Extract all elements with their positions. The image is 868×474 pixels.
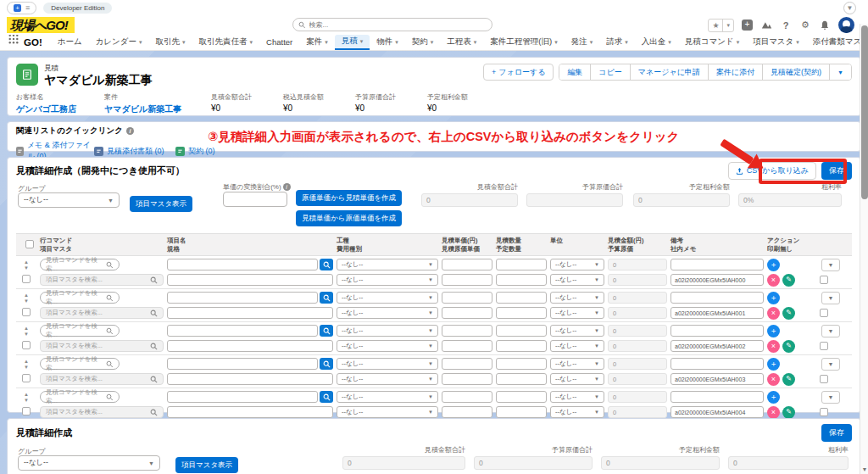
quick-create-icon[interactable]: + [742,20,753,31]
unit-select-2[interactable]: --なし--▼ [550,373,604,385]
group-select-2[interactable]: --なし--▼ [18,455,160,471]
internal-memo-input[interactable] [670,307,764,319]
item-name-lookup-button[interactable] [320,292,333,304]
cost-unit-price-input[interactable] [442,373,492,385]
remarks-input[interactable] [670,292,764,304]
work-type-select[interactable]: --なし--▼ [337,292,438,304]
edit-row-button[interactable]: ✎ [782,406,795,419]
scrollbar-down-arrow[interactable]: ▼ [860,466,868,472]
vertical-scrollbar[interactable]: ▼ [860,24,868,474]
add-row-button[interactable]: ＋ [767,391,780,404]
record-more-actions-button[interactable]: ▼ [830,64,851,80]
nav-tab-11[interactable]: 発注▾ [565,35,600,50]
delete-row-button[interactable]: × [767,307,780,320]
quote-unit-price-input[interactable] [442,325,492,337]
item-name-lookup-button[interactable] [320,325,333,337]
row-actions-dropdown[interactable]: ▼ [821,358,840,371]
edit-row-button[interactable]: ✎ [782,373,795,386]
remarks-input[interactable] [670,259,764,270]
nav-tab-7[interactable]: 物件▾ [370,35,405,50]
quote-unit-price-input[interactable] [442,358,492,370]
row-checkbox[interactable] [22,275,31,283]
add-row-button[interactable]: ＋ [767,325,780,337]
item-name-lookup-button[interactable] [320,391,333,403]
row-move-down-icon[interactable]: ▼ [24,298,29,304]
nav-tab-14[interactable]: 見積コマンド▾ [678,35,746,50]
help-icon[interactable]: ? [780,20,792,31]
unit-select-2[interactable]: --なし--▼ [550,340,604,352]
spec-input[interactable] [167,274,333,286]
quote-qty-input[interactable] [496,358,547,370]
planned-qty-input[interactable] [496,373,547,385]
spec-input[interactable] [167,307,333,319]
item-master-search[interactable]: 項目マスタを検索... [40,373,164,385]
row-move-up-icon[interactable]: ▲ [24,359,29,364]
edit-row-button[interactable]: ✎ [782,307,795,320]
cost-unit-price-input[interactable] [442,274,492,286]
unit-select[interactable]: --なし--▼ [550,259,604,270]
nav-tab-9[interactable]: 工程表▾ [440,35,483,50]
cost-type-select[interactable]: --なし--▼ [337,373,438,385]
work-type-select[interactable]: --なし--▼ [337,358,438,370]
item-master-search[interactable]: 項目マスタを検索... [40,340,164,352]
collapse-page-button[interactable]: ▼ [843,2,856,14]
cost-unit-price-input[interactable] [442,307,492,319]
item-master-show-button-2[interactable]: 項目マスタ表示 [175,457,238,473]
nav-tab-0[interactable]: ホーム [51,35,89,50]
app-logo[interactable]: 現場へGO! [7,17,75,33]
unit-select[interactable]: --なし--▼ [550,358,604,370]
internal-memo-input[interactable] [670,340,764,352]
save-button-2[interactable]: 保存 [821,424,852,442]
row-move-down-icon[interactable]: ▼ [24,365,29,370]
search-input[interactable] [309,21,487,29]
record-button-1[interactable]: コピー [591,64,630,80]
item-name-input[interactable] [167,391,318,403]
item-master-show-button[interactable]: 項目マスタ表示 [130,196,192,212]
setup-gear-icon[interactable]: ⚙ [799,20,811,31]
item-master-search[interactable]: 項目マスタを検索... [40,274,164,286]
quote-command-search[interactable]: 見積コマンドを検索... [40,325,120,337]
spec-input[interactable] [167,406,333,418]
cost-type-select[interactable]: --なし--▼ [337,274,438,286]
spec-input[interactable] [167,340,333,352]
delete-row-button[interactable]: × [767,373,780,386]
notification-bell-icon[interactable] [819,20,831,31]
work-type-select[interactable]: --なし--▼ [337,259,438,270]
add-row-button[interactable]: ＋ [767,358,780,371]
row-actions-dropdown[interactable]: ▼ [821,325,840,337]
row-checkbox[interactable] [22,308,31,316]
no-print-checkbox[interactable] [820,342,828,350]
internal-memo-input[interactable] [670,373,764,385]
nav-tab-6[interactable]: 見積▾ [335,35,370,50]
scrollbar-thumb[interactable] [861,25,868,199]
unit-select-2[interactable]: --なし--▼ [550,274,604,286]
delete-row-button[interactable]: × [767,406,780,419]
record-button-3[interactable]: 案件に添付 [709,64,763,80]
nav-tab-2[interactable]: 取引先▾ [149,35,192,50]
remarks-input[interactable] [670,358,764,370]
item-name-input[interactable] [167,259,318,270]
row-checkbox[interactable] [22,374,31,382]
cost-unit-price-input[interactable] [442,406,492,418]
quote-command-search[interactable]: 見積コマンドを検索... [40,292,120,304]
internal-memo-input[interactable] [670,274,764,286]
record-button-4[interactable]: 見積確定(契約) [763,64,830,80]
user-avatar[interactable] [838,17,854,33]
group-select[interactable]: --なし--▼ [18,192,120,208]
select-all-checkbox[interactable] [25,240,34,248]
create-cost-price-button[interactable]: 見積単価から原価単価を作成 [296,210,402,226]
quote-qty-input[interactable] [496,292,547,304]
unit-select[interactable]: --なし--▼ [550,325,604,337]
row-move-up-icon[interactable]: ▲ [24,293,29,298]
nav-tab-4[interactable]: Chatter [259,35,299,50]
row-actions-dropdown[interactable]: ▼ [821,391,840,404]
record-field-link[interactable]: ゲンバゴ工務店 [16,103,104,115]
item-name-lookup-button[interactable] [320,358,333,370]
cost-type-select[interactable]: --なし--▼ [337,340,438,352]
work-type-select[interactable]: --なし--▼ [337,325,438,337]
quote-qty-input[interactable] [496,259,547,270]
item-name-input[interactable] [167,292,318,304]
quote-qty-input[interactable] [496,325,547,337]
planned-qty-input[interactable] [496,307,547,319]
unit-select-2[interactable]: --なし--▼ [550,307,604,319]
